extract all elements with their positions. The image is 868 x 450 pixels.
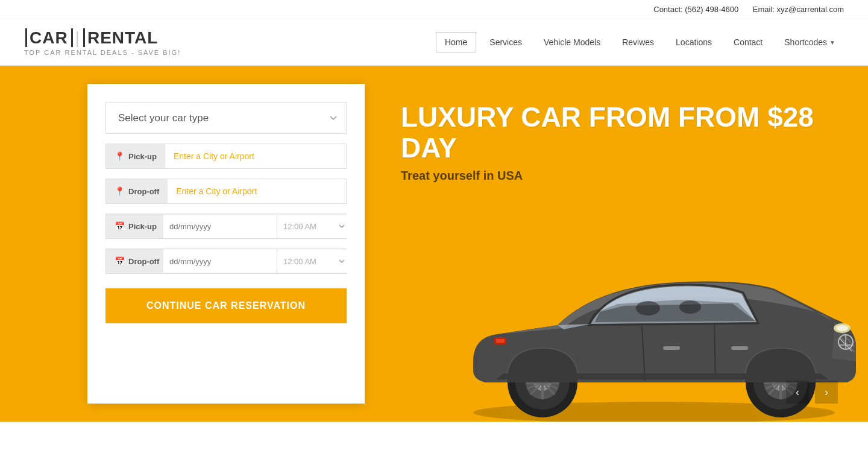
dropoff-location-field: 📍 Drop-off <box>105 179 347 204</box>
nav-reviews[interactable]: Reviwes <box>614 33 662 52</box>
nav-vehicle-models[interactable]: Vehicle Models <box>535 33 609 52</box>
logo-title: CAR|RENTAL <box>24 28 181 48</box>
email-info: Email: xyz@carrental.com <box>753 5 844 14</box>
hero-content: LUXURY CAR FROM FROM $28 DAY Treat yours… <box>365 66 868 422</box>
dropoff-calendar-icon: 📅 <box>115 256 125 266</box>
top-bar: Contact: (562) 498-4600 Email: xyz@carre… <box>0 0 868 19</box>
logo: CAR|RENTAL TOP CAR RENTAL DEALS - SAVE B… <box>24 28 181 56</box>
svg-point-12 <box>836 325 848 331</box>
booking-form: Select your car typeEconomyCompactSUVLux… <box>87 84 365 404</box>
pickup-time-select[interactable]: 12:00 AM 1:00 AM 2:00 AM 6:00 AM 9:00 AM… <box>277 215 350 238</box>
pickup-pin-icon: 📍 <box>115 151 125 161</box>
carousel-prev-button[interactable]: ‹ <box>786 381 809 404</box>
dropoff-input[interactable] <box>168 179 346 203</box>
nav-locations[interactable]: Locations <box>667 33 720 52</box>
pickup-datetime-field: 📅 Pick-up 12:00 AM 1:00 AM 2:00 AM 6:00 … <box>105 214 347 239</box>
car-type-select[interactable]: Select your car typeEconomyCompactSUVLux… <box>105 102 347 134</box>
svg-rect-14 <box>496 339 505 343</box>
pickup-date-label: 📅 Pick-up <box>106 214 163 238</box>
carousel-controls: ‹ › <box>786 381 838 404</box>
header: CAR|RENTAL TOP CAR RENTAL DEALS - SAVE B… <box>0 19 868 66</box>
contact-info: Contact: (562) 498-4600 <box>653 5 738 14</box>
dropoff-date-label: 📅 Drop-off <box>106 249 163 273</box>
continue-reservation-button[interactable]: CONTINUE CAR RESERVATION <box>105 288 347 323</box>
svg-point-38 <box>679 300 701 314</box>
pickup-input[interactable] <box>165 144 346 168</box>
dropoff-time-select[interactable]: 12:00 AM 1:00 AM 2:00 AM 6:00 AM 9:00 AM… <box>277 250 350 273</box>
pickup-location-field: 📍 Pick-up <box>105 144 347 169</box>
pickup-calendar-icon: 📅 <box>115 221 125 231</box>
svg-rect-3 <box>663 346 680 350</box>
dropoff-label: 📍 Drop-off <box>106 179 168 203</box>
carousel-next-button[interactable]: › <box>815 381 838 404</box>
svg-rect-4 <box>731 346 748 350</box>
dropoff-datetime-field: 📅 Drop-off 12:00 AM 1:00 AM 2:00 AM 6:00… <box>105 249 347 274</box>
pickup-label: 📍 Pick-up <box>106 144 165 168</box>
dropoff-date-input[interactable] <box>163 250 277 273</box>
nav-home[interactable]: Home <box>436 32 476 52</box>
nav-contact[interactable]: Contact <box>725 33 771 52</box>
logo-subtitle: TOP CAR RENTAL DEALS - SAVE BIG! <box>24 49 181 56</box>
pickup-date-input[interactable] <box>163 215 277 238</box>
main-nav: Home Services Vehicle Models Reviwes Loc… <box>436 32 844 52</box>
shortcodes-dropdown-arrow: ▼ <box>829 39 835 46</box>
dropoff-pin-icon: 📍 <box>115 186 125 196</box>
nav-shortcodes[interactable]: Shortcodes ▼ <box>776 33 844 52</box>
hero-headline: LUXURY CAR FROM FROM $28 DAY <box>401 102 844 163</box>
hero-section: Select your car typeEconomyCompactSUVLux… <box>0 66 868 422</box>
nav-services[interactable]: Services <box>481 33 530 52</box>
svg-point-37 <box>636 301 660 315</box>
